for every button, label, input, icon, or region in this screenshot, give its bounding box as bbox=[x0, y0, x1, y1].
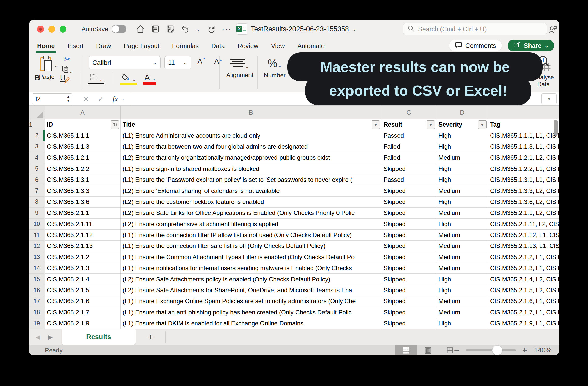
column-header-e[interactable] bbox=[488, 106, 559, 119]
column-header-A[interactable]: A bbox=[45, 106, 121, 119]
tab-home[interactable]: Home bbox=[37, 41, 55, 51]
cell-result[interactable]: Skipped bbox=[381, 208, 436, 218]
cell-id[interactable]: CIS.M365.1.3.3 bbox=[45, 185, 121, 196]
cell-title[interactable]: (L1) Ensure the Common Attachment Types … bbox=[121, 252, 381, 263]
row-number[interactable]: 11 bbox=[29, 230, 45, 240]
row-number[interactable]: 10 bbox=[29, 219, 45, 229]
maximize-button[interactable] bbox=[60, 26, 66, 33]
autosave-toggle[interactable] bbox=[112, 25, 126, 33]
cell-id[interactable]: CIS.M365.1.1.3 bbox=[45, 141, 121, 152]
cell-title[interactable]: (L1) Ensure sign-in to shared mailboxes … bbox=[121, 163, 381, 174]
cell-severity[interactable]: Medium bbox=[436, 152, 488, 163]
row-number[interactable]: 9 bbox=[29, 208, 45, 218]
cell-id[interactable]: CIS.M365.1.3.6 bbox=[45, 197, 121, 207]
cell-title[interactable]: (L1) Ensure that DKIM is enabled for all… bbox=[121, 318, 381, 329]
zoom-out-button[interactable]: − bbox=[454, 345, 459, 355]
tab-data[interactable]: Data bbox=[211, 41, 225, 51]
vertical-scrollbar[interactable] bbox=[554, 120, 558, 136]
tab-view[interactable]: View bbox=[271, 41, 285, 51]
next-sheet-icon[interactable]: ▶ bbox=[48, 334, 52, 341]
number-group-button[interactable]: %⌄ Number bbox=[262, 57, 287, 79]
cell-result[interactable]: Skipped bbox=[381, 230, 436, 240]
cell-severity[interactable]: High bbox=[436, 318, 488, 329]
sort-filter-button[interactable] bbox=[111, 120, 119, 129]
font-name-select[interactable]: Calibri⌄ bbox=[89, 56, 161, 69]
cell-title[interactable]: (L1) Ensure Exchange Online Spam Policie… bbox=[121, 296, 381, 307]
feedback-person-icon[interactable] bbox=[548, 25, 557, 35]
tab-automate[interactable]: Automate bbox=[297, 41, 325, 51]
fill-color-button[interactable]: ⌄ bbox=[121, 73, 136, 83]
cell-result[interactable]: Skipped bbox=[381, 241, 436, 251]
cell-id[interactable]: CIS.M365.2.1.5 bbox=[45, 285, 121, 296]
row-number[interactable]: 16 bbox=[29, 285, 45, 296]
font-size-select[interactable]: 11⌄ bbox=[164, 56, 191, 69]
cell-result[interactable]: Skipped bbox=[381, 307, 436, 318]
cell-tag[interactable]: CIS.M365.2.1.9, L1, CIS E3 bbox=[488, 318, 559, 329]
row-number[interactable]: 15 bbox=[29, 274, 45, 284]
cell-id[interactable]: CIS.M365.2.1.1 bbox=[45, 208, 121, 218]
home-icon[interactable] bbox=[136, 25, 145, 33]
cell-result[interactable]: Skipped bbox=[381, 252, 436, 263]
add-sheet-button[interactable]: + bbox=[148, 332, 153, 342]
tab-page-layout[interactable]: Page Layout bbox=[123, 41, 160, 51]
cell-result[interactable]: Skipped bbox=[381, 318, 436, 329]
cell-severity[interactable]: Severity▼ bbox=[436, 119, 488, 130]
cell-result[interactable]: Failed bbox=[381, 152, 436, 163]
cell-tag[interactable]: CIS.M365.2.1.13, L1, CIS bbox=[488, 241, 559, 251]
cell-tag[interactable]: Tag bbox=[488, 119, 559, 130]
redo-icon[interactable] bbox=[207, 25, 215, 33]
filter-button[interactable]: ▼ bbox=[478, 120, 487, 129]
cell-severity[interactable]: Medium bbox=[436, 252, 488, 263]
row-number[interactable]: 6 bbox=[29, 174, 45, 185]
cell-tag[interactable]: CIS.M365.2.1.12, L1, CIS bbox=[488, 230, 559, 240]
cell-title[interactable]: (L1) Ensure that between two and four gl… bbox=[121, 141, 381, 152]
row-number[interactable]: 18 bbox=[29, 307, 45, 318]
cell-id[interactable]: CIS.M365.1.3.1 bbox=[45, 174, 121, 185]
cell-title[interactable]: (L2) Ensure that only organizationally m… bbox=[121, 152, 381, 163]
cell-id[interactable]: CIS.M365.1.2.1 bbox=[45, 152, 121, 163]
tab-review[interactable]: Review bbox=[237, 41, 259, 51]
zoom-slider-knob[interactable] bbox=[492, 346, 502, 355]
font-color-button[interactable]: A ⌄ bbox=[144, 73, 155, 82]
name-box[interactable]: I2 ▲▼ bbox=[32, 93, 72, 104]
cell-tag[interactable]: CIS.M365.2.1.4, L2, CIS E5 bbox=[488, 274, 559, 284]
cell-result[interactable]: Skipped bbox=[381, 263, 436, 273]
cell-tag[interactable]: CIS.M365.1.3.3, L2, CIS E3 bbox=[488, 185, 559, 196]
decrease-font-icon[interactable]: A⌄ bbox=[214, 57, 223, 66]
row-number[interactable]: 14 bbox=[29, 263, 45, 273]
prev-sheet-icon[interactable]: ◀ bbox=[36, 334, 40, 341]
cell-result[interactable]: Skipped bbox=[381, 219, 436, 229]
cell-result[interactable]: Skipped bbox=[381, 163, 436, 174]
row-number[interactable]: 5 bbox=[29, 163, 45, 174]
cell-result[interactable]: Skipped bbox=[381, 185, 436, 196]
cell-id[interactable]: ID bbox=[45, 119, 121, 130]
cell-severity[interactable]: Medium bbox=[436, 263, 488, 273]
undo-menu-chevron-icon[interactable]: ⌄ bbox=[196, 26, 200, 32]
column-header-C[interactable]: C bbox=[381, 106, 436, 119]
undo-icon[interactable] bbox=[181, 25, 189, 33]
cell-severity[interactable]: High bbox=[436, 274, 488, 284]
cell-id[interactable]: CIS.M365.2.1.12 bbox=[45, 230, 121, 240]
zoom-in-button[interactable]: + bbox=[522, 345, 527, 355]
cell-result[interactable]: Passed bbox=[381, 130, 436, 141]
cell-tag[interactable]: CIS.M365.1.2.2, L1, CIS E3 bbox=[488, 163, 559, 174]
cell-id[interactable]: CIS.M365.2.1.4 bbox=[45, 274, 121, 284]
cell-tag[interactable]: CIS.M365.1.3.6, L2, CIS E3 bbox=[488, 197, 559, 207]
cell-severity[interactable]: High bbox=[436, 141, 488, 152]
cancel-formula-icon[interactable]: ✕ bbox=[83, 95, 89, 103]
document-title[interactable]: TestResults-2025-06-23-155358 bbox=[251, 25, 349, 33]
cell-severity[interactable]: Medium bbox=[436, 307, 488, 318]
cell-title[interactable]: (L1) Ensure the connection filter IP all… bbox=[121, 230, 381, 240]
cell-tag[interactable]: CIS.M365.2.1.5, L2, CIS E5 bbox=[488, 285, 559, 296]
cell-severity[interactable]: High bbox=[436, 219, 488, 229]
column-header-D[interactable]: D bbox=[436, 106, 488, 119]
cell-result[interactable]: Failed bbox=[381, 141, 436, 152]
comments-button[interactable]: Comments bbox=[449, 40, 502, 51]
row-number[interactable]: 4 bbox=[29, 152, 45, 163]
minimize-button[interactable] bbox=[48, 26, 55, 33]
filter-button[interactable]: ▼ bbox=[372, 120, 380, 129]
cell-id[interactable]: CIS.M365.2.1.6 bbox=[45, 296, 121, 307]
cell-title[interactable]: (L2) Ensure Safe Attachments for SharePo… bbox=[121, 285, 381, 296]
cell-title[interactable]: (L2) Ensure Safe Attachments policy is e… bbox=[121, 274, 381, 284]
cell-tag[interactable]: CIS.M365.1.2.1, L2, CIS E3 bbox=[488, 152, 559, 163]
